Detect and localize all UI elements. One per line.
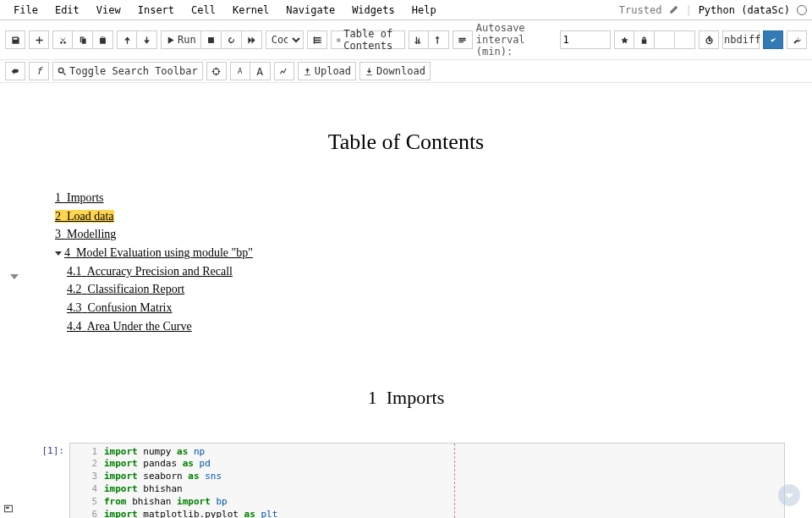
lock-button[interactable] <box>634 30 655 49</box>
toc-link-classification[interactable]: 4.2 Classificaion Report <box>67 283 184 295</box>
snowflake-button[interactable] <box>675 30 695 49</box>
run-button[interactable]: Run <box>161 30 201 49</box>
download-button[interactable]: Download <box>359 62 431 80</box>
svg-rect-0 <box>208 37 214 43</box>
toc-link-imports[interactable]: 1 Imports <box>55 191 104 204</box>
code-editor[interactable]: 1import numpy as np2import pandas as pd3… <box>69 443 785 519</box>
line-number: 2 <box>77 458 97 471</box>
toc-button[interactable]: Table of Contents <box>331 30 404 49</box>
freeze-button[interactable] <box>655 30 675 49</box>
line-number: 4 <box>77 483 97 496</box>
autosave-input[interactable] <box>560 30 611 49</box>
copy-button[interactable] <box>73 30 93 49</box>
move-up-button[interactable] <box>117 30 137 49</box>
menu-widgets[interactable]: Widgets <box>343 3 403 18</box>
code-line[interactable]: 3import seaborn as sns <box>70 471 784 483</box>
line-number: 5 <box>77 496 97 509</box>
caret-down-icon[interactable] <box>55 251 62 256</box>
line-number: 3 <box>77 471 97 483</box>
collapse-toggle[interactable] <box>10 271 19 284</box>
timer-button[interactable] <box>699 30 719 49</box>
svg-rect-6 <box>6 507 9 509</box>
crosshair-button[interactable] <box>206 62 227 80</box>
paste-button[interactable] <box>93 30 113 49</box>
toc-link-modelling[interactable]: 3 Modelling <box>55 228 116 240</box>
toc-link-accuracy[interactable]: 4.1 Accuracy Precision and Recall <box>67 265 233 278</box>
cell-prompt: [1]: <box>27 443 69 519</box>
code-cell-1[interactable]: [1]: 1import numpy as np2import pandas a… <box>27 443 785 519</box>
command-palette-button[interactable] <box>307 30 327 49</box>
menu-view[interactable]: View <box>88 3 129 18</box>
rise-button[interactable] <box>3 504 14 516</box>
menu-navigate[interactable]: Navigate <box>277 3 343 18</box>
sort-descending-button[interactable] <box>429 30 449 49</box>
kernel-name[interactable]: Python (dataSc) <box>699 4 790 16</box>
format-button[interactable]: f <box>29 62 49 80</box>
cut-button[interactable] <box>52 30 73 49</box>
zoom-out-button[interactable]: A <box>230 62 250 80</box>
undo-button[interactable] <box>5 62 25 80</box>
scroll-down-button[interactable] <box>778 484 800 506</box>
menu-insert[interactable]: Insert <box>129 3 183 18</box>
celltype-select[interactable]: Code <box>266 30 304 49</box>
restart-run-all-button[interactable] <box>242 30 262 49</box>
edit-icon[interactable] <box>668 5 678 15</box>
svg-rect-1 <box>314 36 315 43</box>
code-line[interactable]: 5from bhishan import bp <box>70 496 784 509</box>
code-line[interactable]: 1import numpy as np <box>70 446 784 459</box>
toc-list: 1 Imports 2 Load data 3 Modelling 4 Mode… <box>55 189 795 336</box>
graph-button[interactable] <box>274 62 294 80</box>
toc-link-model-eval[interactable]: 4 Model Evaluation using module "bp" <box>64 246 253 259</box>
autosave-label: Autosave interval (min): <box>476 22 557 58</box>
toolbar-secondary: f Toggle Search Toolbar A A Upload Downl… <box>0 60 812 83</box>
svg-point-3 <box>58 68 63 73</box>
toc-link-confusion[interactable]: 4.3 Confusion Matrix <box>67 301 172 314</box>
code-line[interactable]: 4import bhishan <box>70 483 784 496</box>
toc-link-auc[interactable]: 4.4 Area Under the Curve <box>67 320 192 333</box>
toolbar-primary: Run Code Table of Contents Autosave inte… <box>0 20 812 60</box>
toggle-search-button[interactable]: Toggle Search Toolbar <box>52 62 203 80</box>
code-line[interactable]: 2import pandas as pd <box>70 458 784 471</box>
notebook-area: Table of Contents 1 Imports 2 Load data … <box>0 130 812 518</box>
code-ruler <box>454 444 455 519</box>
add-cell-button[interactable] <box>29 30 49 49</box>
menu-file[interactable]: File <box>5 3 47 18</box>
menu-cell[interactable]: Cell <box>183 3 224 18</box>
line-number: 1 <box>77 446 97 459</box>
section-imports-heading: 1 Imports <box>17 387 795 409</box>
kernel-status-icon <box>797 5 807 15</box>
menu-kernel[interactable]: Kernel <box>224 3 277 18</box>
zoom-in-button[interactable]: A <box>250 62 271 80</box>
code-line[interactable]: 6import matplotlib.pyplot as plt <box>70 509 784 518</box>
restart-button[interactable] <box>222 30 242 49</box>
confirm-button[interactable] <box>763 30 783 49</box>
nbdiff-button[interactable]: nbdiff <box>722 30 760 49</box>
menu-help[interactable]: Help <box>403 3 445 18</box>
save-button[interactable] <box>5 30 25 49</box>
menu-edit[interactable]: Edit <box>47 3 88 18</box>
variable-inspector-button[interactable] <box>453 30 473 49</box>
menubar: File Edit View Insert Cell Kernel Naviga… <box>0 0 812 20</box>
toc-link-load-data[interactable]: 2 Load data <box>55 210 114 223</box>
stop-button[interactable] <box>201 30 222 49</box>
move-down-button[interactable] <box>137 30 157 49</box>
upload-button[interactable]: Upload <box>298 62 356 80</box>
line-number: 6 <box>77 509 97 518</box>
tool-button[interactable] <box>787 30 807 49</box>
trusted-indicator[interactable]: Trusted <box>619 4 662 16</box>
toc-heading: Table of Contents <box>17 130 795 155</box>
scratchpad-button[interactable] <box>614 30 634 49</box>
sort-ascending-button[interactable] <box>409 30 429 49</box>
